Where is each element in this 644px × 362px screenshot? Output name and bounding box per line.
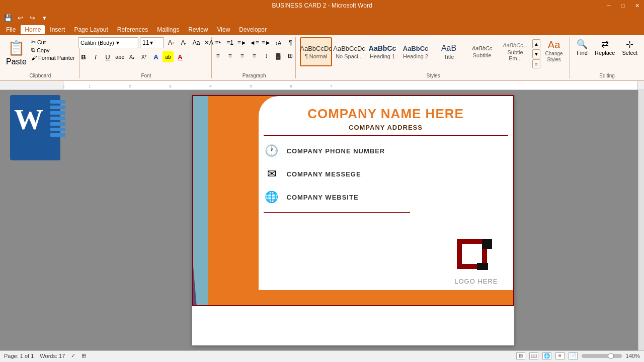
- paste-button[interactable]: 📋 Paste: [4, 37, 29, 67]
- message-contact-item: ✉ COMPANY MESSEGE: [264, 166, 508, 182]
- web-layout-btn[interactable]: 🌐: [542, 352, 551, 359]
- style-heading2-preview: AaBbCc: [403, 45, 429, 52]
- document-area[interactable]: COMPANY NAME HERE COMPANY ADDRESS 🕐 COMP…: [68, 90, 638, 350]
- underline-button[interactable]: U: [102, 51, 113, 62]
- status-right: ⊞ 📖 🌐 ≡ 📄 140%: [516, 352, 640, 359]
- font-selector-row: Calibri (Body) ▾ 11 ▾ A+ A- Aa ✕A: [78, 37, 214, 48]
- vertical-scrollbar[interactable]: [638, 90, 644, 350]
- text-effects-button[interactable]: A: [150, 51, 162, 62]
- cut-button[interactable]: ✂ Cut: [30, 38, 76, 46]
- shrink-font-button[interactable]: A-: [178, 37, 189, 48]
- styles-more[interactable]: ≡: [532, 59, 540, 68]
- save-quick-btn[interactable]: 💾: [3, 13, 13, 23]
- menu-review[interactable]: Review: [184, 25, 212, 34]
- styles-scroll-down[interactable]: ▼: [532, 49, 540, 58]
- style-heading1[interactable]: AaBbCc Heading 1: [366, 37, 398, 66]
- replace-button[interactable]: ⇄ Replace: [592, 37, 617, 57]
- menu-bar: File Home Insert Page Layout References …: [0, 24, 644, 35]
- maximize-button[interactable]: □: [616, 0, 630, 11]
- business-card[interactable]: COMPANY NAME HERE COMPANY ADDRESS 🕐 COMP…: [192, 95, 514, 306]
- undo-quick-btn[interactable]: ↩: [15, 13, 25, 23]
- spell-check-icon[interactable]: ✓: [71, 352, 75, 359]
- website-text[interactable]: COMPANY WEBSITE: [287, 194, 359, 201]
- bullets-button[interactable]: ≡•: [212, 37, 223, 48]
- superscript-button[interactable]: X²: [138, 51, 149, 62]
- zoom-slider[interactable]: [582, 354, 622, 358]
- font-name-selector[interactable]: Calibri (Body) ▾: [78, 37, 138, 48]
- qa-dropdown-btn[interactable]: ▾: [39, 13, 49, 23]
- menu-home[interactable]: Home: [21, 25, 45, 34]
- style-heading2[interactable]: AaBbCc Heading 2: [399, 37, 432, 66]
- font-name-dropdown-icon: ▾: [116, 39, 119, 46]
- full-reading-btn[interactable]: 📖: [529, 352, 538, 359]
- multilevel-list-button[interactable]: ≡►: [236, 37, 248, 48]
- style-subtitle-label: Subtitle: [473, 52, 492, 58]
- change-case-button[interactable]: Aa: [191, 37, 202, 48]
- svg-rect-2: [482, 239, 492, 249]
- phone-text[interactable]: COMPANY PHONE NUMBER: [287, 147, 385, 155]
- styles-scroll-up[interactable]: ▲: [532, 39, 540, 48]
- company-address[interactable]: COMPANY ADDRESS: [264, 124, 508, 131]
- style-no-spacing[interactable]: AaBbCcDc No Spaci...: [333, 37, 365, 66]
- outline-view-btn[interactable]: ≡: [555, 352, 565, 359]
- card-inner-content: COMPANY NAME HERE COMPANY ADDRESS 🕐 COMP…: [264, 106, 508, 305]
- text-highlight-button[interactable]: ab: [163, 51, 174, 62]
- print-layout-btn[interactable]: ⊞: [516, 352, 525, 359]
- menu-page-layout[interactable]: Page Layout: [70, 25, 112, 34]
- logo-line-7: [50, 133, 65, 137]
- decrease-indent-button[interactable]: ◄≡: [249, 37, 260, 48]
- select-button[interactable]: ⊹ Select: [619, 37, 640, 57]
- numbering-button[interactable]: ≡1: [224, 37, 235, 48]
- font-size-selector[interactable]: 11 ▾: [140, 37, 164, 48]
- format-painter-button[interactable]: 🖌 Format Painter: [30, 54, 76, 61]
- replace-icon: ⇄: [601, 39, 609, 50]
- grow-font-button[interactable]: A+: [166, 37, 177, 48]
- bold-button[interactable]: B: [78, 51, 89, 62]
- globe-icon: 🌐: [264, 189, 280, 205]
- menu-view[interactable]: View: [213, 25, 234, 34]
- style-title[interactable]: AaB Title: [433, 37, 465, 66]
- zoom-thumb[interactable]: [608, 353, 614, 359]
- minimize-button[interactable]: ─: [602, 0, 616, 11]
- align-right-button[interactable]: ≡: [236, 50, 248, 61]
- menu-file[interactable]: File: [2, 25, 20, 34]
- redo-quick-btn[interactable]: ↪: [27, 13, 37, 23]
- change-styles-button[interactable]: Aa ChangeStyles: [541, 37, 567, 65]
- style-heading2-label: Heading 2: [403, 53, 428, 59]
- menu-references[interactable]: References: [113, 25, 152, 34]
- increase-indent-button[interactable]: ≡►: [261, 37, 272, 48]
- copy-button[interactable]: ⧉ Copy: [30, 46, 76, 54]
- align-left-button[interactable]: ≡: [212, 50, 223, 61]
- logo-svg: [456, 238, 501, 278]
- window-title: BUSINESS CARD 2 - Microsoft Word: [272, 2, 372, 9]
- macro-icon[interactable]: ⊞: [82, 352, 86, 359]
- sort-button[interactable]: ↕A: [273, 37, 284, 48]
- style-subtitle[interactable]: AaBbCc Subtitle: [466, 37, 498, 66]
- find-button[interactable]: 🔍 Find: [574, 37, 590, 57]
- shading-button[interactable]: ▓: [273, 50, 284, 61]
- company-name[interactable]: COMPANY NAME HERE: [264, 106, 508, 122]
- menu-developer[interactable]: Developer: [235, 25, 271, 34]
- style-subtle-emphasis[interactable]: AaBbCc... Subtle Em...: [499, 37, 531, 66]
- align-center-button[interactable]: ≡: [224, 50, 235, 61]
- borders-button[interactable]: ⊞: [285, 50, 296, 61]
- style-normal[interactable]: AaBbCcDc ¶ Normal: [300, 37, 332, 66]
- line-spacing-button[interactable]: ↕: [261, 50, 272, 61]
- card-divider-top: [264, 135, 508, 136]
- italic-button[interactable]: I: [90, 51, 101, 62]
- show-hide-button[interactable]: ¶: [285, 37, 296, 48]
- close-button[interactable]: ✕: [630, 0, 644, 11]
- styles-group: AaBbCcDc ¶ Normal AaBbCcDc No Spaci... A…: [297, 37, 570, 78]
- paste-icon: 📋: [8, 38, 24, 57]
- window-controls: ─ □ ✕: [602, 0, 644, 11]
- subscript-button[interactable]: X₂: [126, 51, 137, 62]
- strikethrough-button[interactable]: abc: [114, 51, 125, 62]
- menu-mailings[interactable]: Mailings: [153, 25, 183, 34]
- message-text[interactable]: COMPANY MESSEGE: [287, 170, 361, 178]
- menu-insert[interactable]: Insert: [46, 25, 69, 34]
- style-title-preview: AaB: [441, 44, 456, 53]
- font-color-button[interactable]: A: [175, 51, 186, 62]
- justify-button[interactable]: ≡: [249, 50, 260, 61]
- zoom-level: 140%: [626, 353, 640, 359]
- draft-view-btn[interactable]: 📄: [569, 352, 578, 359]
